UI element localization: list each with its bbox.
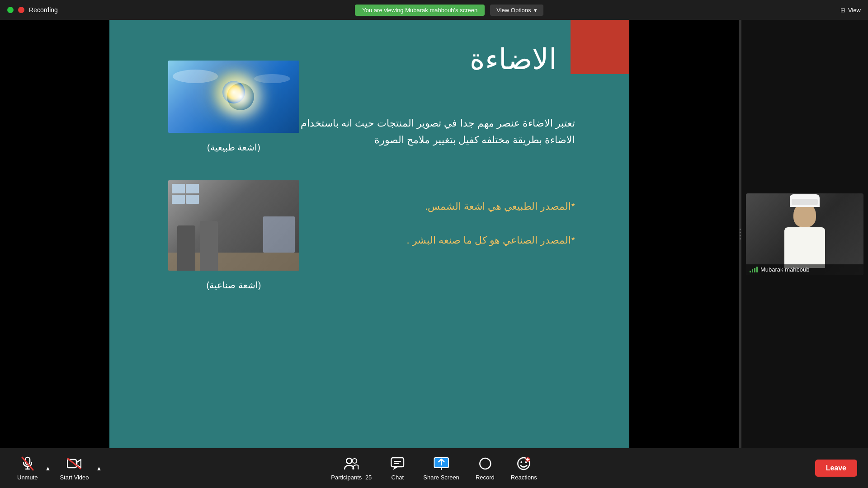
signal-bar	[754, 268, 755, 272]
unmute-label: Unmute	[17, 474, 38, 481]
participant-head	[793, 202, 816, 227]
top-bar: Recording You are viewing Mubarak mahbou…	[0, 0, 868, 20]
signal-bar	[750, 271, 751, 272]
top-bar-right: ⊞ View	[840, 7, 861, 14]
main-area: الاضاءة تعتبر الاضاءة عنصر مهم جدا في تص…	[0, 20, 868, 448]
divider-dots	[740, 229, 741, 239]
participant-name: Mubarak mahboub	[760, 266, 809, 273]
slide-content: الاضاءة تعتبر الاضاءة عنصر مهم جدا في تص…	[109, 20, 629, 448]
record-icon	[477, 455, 493, 472]
participants-button[interactable]: Participants 25	[325, 452, 378, 484]
bottom-right-controls: Leave	[815, 460, 857, 477]
studio-person1	[177, 225, 195, 271]
svg-line-6	[68, 459, 80, 469]
grid-icon: ⊞	[840, 7, 845, 14]
slide-description: تعتبر الاضاءة عنصر مهم جدا في تصوير المن…	[281, 115, 575, 149]
participants-label: Participants 25	[331, 474, 372, 481]
divider-dot	[740, 235, 741, 236]
record-button[interactable]: Record	[469, 452, 501, 484]
start-video-button[interactable]: Start Video	[53, 452, 95, 484]
bottom-toolbar: Unmute ▲ Start Video ▲	[0, 448, 868, 488]
svg-point-20	[525, 461, 527, 463]
bottom-left-controls: Unmute ▲ Start Video ▲	[11, 452, 103, 484]
unmute-arrow-button[interactable]: ▲	[44, 461, 52, 475]
right-sidebar: Mubarak mahboub	[741, 20, 868, 448]
viewing-banner: You are viewing Mubarak mahboub's screen	[355, 5, 485, 16]
slide-image-studio	[168, 180, 299, 271]
view-options-button[interactable]: View Options ▾	[490, 5, 543, 16]
slide-red-accent	[571, 20, 629, 74]
signal-bar	[752, 269, 753, 272]
recording-label: Recording	[29, 6, 58, 14]
share-screen-icon	[433, 455, 449, 472]
divider-dot	[740, 238, 741, 239]
start-video-label: Start Video	[60, 474, 89, 481]
svg-point-17	[480, 458, 491, 469]
divider-dot	[740, 232, 741, 233]
studio-screen	[263, 216, 295, 253]
camera-off-icon	[66, 455, 82, 472]
top-bar-center: You are viewing Mubarak mahboub's screen…	[355, 5, 543, 16]
participant-video: Mubarak mahboub	[746, 193, 863, 275]
view-label: View	[848, 7, 861, 14]
start-video-control: Start Video ▲	[53, 452, 103, 484]
window-pane	[172, 195, 185, 204]
svg-point-8	[352, 459, 357, 463]
leave-button[interactable]: Leave	[815, 460, 857, 477]
start-video-arrow-button[interactable]: ▲	[95, 461, 103, 475]
chat-label: Chat	[392, 474, 404, 481]
reactions-button[interactable]: Reactions	[505, 452, 543, 484]
participant-name-bar: Mubarak mahboub	[746, 264, 863, 275]
window-pane	[172, 184, 185, 193]
studio-person2	[200, 221, 218, 271]
signal-bar	[756, 267, 758, 272]
participants-count: 25	[365, 474, 372, 481]
top-bar-left: Recording	[7, 6, 58, 14]
window-pane	[186, 184, 199, 193]
signal-bars-icon	[750, 267, 758, 272]
chevron-down-icon: ▾	[534, 7, 537, 14]
reactions-icon	[516, 455, 532, 472]
participants-icon	[343, 455, 359, 472]
participant-body	[784, 227, 825, 268]
slide-caption-natural: (اشعة طبيعية)	[168, 142, 299, 153]
svg-point-19	[521, 461, 523, 463]
record-label: Record	[476, 474, 495, 481]
svg-rect-9	[391, 458, 404, 467]
unmute-control: Unmute ▲	[11, 452, 52, 484]
slide-image-sun	[168, 61, 299, 133]
window-grid	[172, 184, 199, 204]
slide-bullet2: *المصدر الصناعي هو كل ما صنعه البشر .	[281, 232, 575, 248]
slide-bullet1: *المصدر الطبيعي هي اشعة الشمس.	[281, 201, 575, 212]
participant-figure	[778, 202, 832, 275]
share-screen-label: Share Screen	[423, 474, 459, 481]
green-status-dot	[7, 7, 14, 13]
participant-headdress-wrap	[792, 199, 818, 205]
chat-button[interactable]: Chat	[382, 452, 413, 484]
share-screen-button[interactable]: Share Screen	[417, 452, 466, 484]
red-recording-dot	[18, 7, 24, 13]
chat-icon	[389, 455, 406, 472]
view-options-label: View Options	[496, 7, 531, 14]
reactions-label: Reactions	[511, 474, 537, 481]
slide-title: الاضاءة	[470, 42, 557, 76]
window-pane	[186, 195, 199, 204]
unmute-button[interactable]: Unmute	[11, 452, 44, 484]
divider-dot	[740, 229, 741, 230]
microphone-muted-icon	[19, 455, 36, 472]
bottom-center-controls: Participants 25 Chat	[325, 452, 543, 484]
slide-container: الاضاءة تعتبر الاضاءة عنصر مهم جدا في تص…	[0, 20, 739, 448]
slide-caption-artificial: (اشعة صناعية)	[168, 280, 299, 291]
svg-point-7	[346, 458, 352, 464]
